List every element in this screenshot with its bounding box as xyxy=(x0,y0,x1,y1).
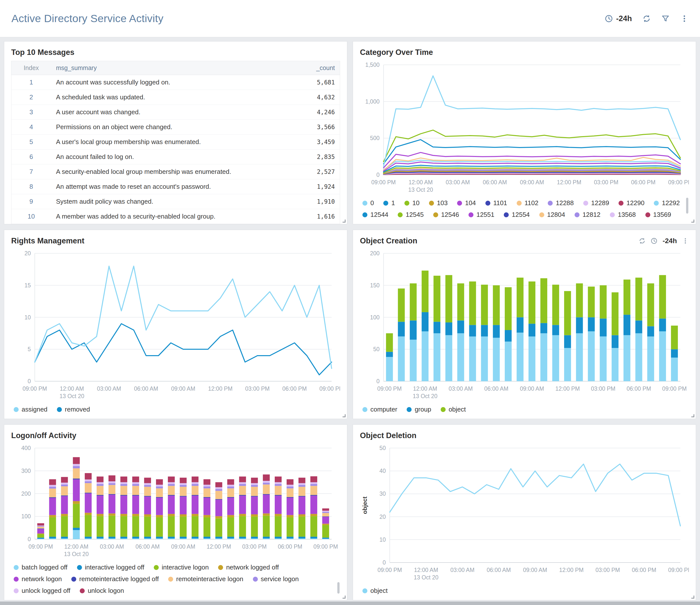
bar-segment-unlock-logon[interactable] xyxy=(275,477,282,482)
bar-segment-interactive-logged-off[interactable] xyxy=(263,537,270,538)
table-row[interactable]: 1An account was successfully logged on.5… xyxy=(11,75,340,90)
bar-segment-remoteinteractive-logon[interactable] xyxy=(215,491,222,499)
panel-resize-handle[interactable] xyxy=(691,596,694,599)
legend-item-12288[interactable]: 12288 xyxy=(548,199,574,207)
bar-segment-computer[interactable] xyxy=(493,338,500,381)
bar-segment-group[interactable] xyxy=(540,323,547,333)
bar-segment-network-logon[interactable] xyxy=(299,497,305,514)
legend-item-12804[interactable]: 12804 xyxy=(539,211,565,219)
legend-item-group[interactable]: group xyxy=(407,406,431,413)
bar-segment-batch-logged-off[interactable] xyxy=(287,538,294,539)
bar-segment-object[interactable] xyxy=(469,281,476,325)
bar-segment-interactive-logon[interactable] xyxy=(85,515,92,537)
bar-segment-batch-logged-off[interactable] xyxy=(215,538,222,539)
bar-segment-service-logon[interactable] xyxy=(322,512,329,513)
bar-segment-unlock-logged-off[interactable] xyxy=(215,487,222,489)
bar-segment-remoteinteractive-logged-off[interactable] xyxy=(263,494,270,495)
bar-segment-service-logon[interactable] xyxy=(144,485,151,487)
bar-segment-batch-logged-off[interactable] xyxy=(263,538,270,539)
bar-segment-remoteinteractive-logged-off[interactable] xyxy=(275,495,282,496)
bar-segment-interactive-logon[interactable] xyxy=(49,517,56,537)
table-row[interactable]: 9System audit policy was changed.1,910 xyxy=(11,194,340,209)
bar-segment-group[interactable] xyxy=(469,325,476,336)
legend-item-1[interactable]: 1 xyxy=(383,199,395,207)
bar-segment-remoteinteractive-logged-off[interactable] xyxy=(49,497,56,498)
bar-segment-group[interactable] xyxy=(576,318,583,333)
bar-segment-interactive-logon[interactable] xyxy=(180,516,187,537)
bar-segment-batch-logged-off[interactable] xyxy=(227,538,234,539)
bar-segment-network-logged-off[interactable] xyxy=(322,524,329,525)
bar-segment-service-logon[interactable] xyxy=(37,526,44,527)
bar-segment-unlock-logon[interactable] xyxy=(97,477,104,482)
bar-segment-group[interactable] xyxy=(517,318,524,333)
table-row[interactable]: 4Permissions on an object were changed.3… xyxy=(11,120,340,134)
legend-item-12551[interactable]: 12551 xyxy=(469,211,494,219)
bar-segment-computer[interactable] xyxy=(386,357,393,381)
bar-segment-remoteinteractive-logged-off[interactable] xyxy=(37,529,44,529)
bar-segment-computer[interactable] xyxy=(564,348,571,381)
bar-segment-group[interactable] xyxy=(635,320,642,333)
bar-segment-computer[interactable] xyxy=(600,336,607,381)
bar-segment-remoteinteractive-logged-off[interactable] xyxy=(144,496,151,497)
bar-segment-unlock-logged-off[interactable] xyxy=(156,485,163,486)
bar-segment-remoteinteractive-logon[interactable] xyxy=(156,488,163,497)
legend-item-remoteinteractive-logon[interactable]: remoteinteractive logon xyxy=(168,575,243,583)
bar-segment-object[interactable] xyxy=(671,326,678,349)
legend-item-103[interactable]: 103 xyxy=(429,199,448,207)
bar-segment-interactive-logged-off[interactable] xyxy=(85,537,92,538)
bar-segment-remoteinteractive-logged-off[interactable] xyxy=(61,496,68,496)
bar-segment-group[interactable] xyxy=(529,324,535,336)
bar-segment-network-logged-off[interactable] xyxy=(61,514,68,516)
bar-segment-network-logged-off[interactable] xyxy=(263,513,270,515)
bar-segment-remoteinteractive-logon[interactable] xyxy=(275,486,282,495)
kebab-menu-icon[interactable] xyxy=(682,237,689,244)
bar-segment-unlock-logon[interactable] xyxy=(37,523,44,526)
bar-segment-batch-logged-off[interactable] xyxy=(310,538,317,539)
bar-segment-interactive-logon[interactable] xyxy=(121,516,127,537)
bar-segment-object[interactable] xyxy=(386,333,393,352)
bar-segment-network-logon[interactable] xyxy=(287,498,294,515)
bar-segment-batch-logged-off[interactable] xyxy=(144,538,151,539)
legend-item-1101[interactable]: 1101 xyxy=(485,199,507,207)
bar-segment-remoteinteractive-logged-off[interactable] xyxy=(322,516,329,517)
bar-segment-remoteinteractive-logon[interactable] xyxy=(239,486,246,495)
kebab-menu-icon[interactable] xyxy=(680,15,689,23)
legend-item-network-logon[interactable]: network logon xyxy=(14,575,62,583)
panel-resize-handle[interactable] xyxy=(343,220,346,223)
bar-segment-object[interactable] xyxy=(552,285,559,325)
legend-item-12290[interactable]: 12290 xyxy=(619,199,644,207)
bar-segment-remoteinteractive-logon[interactable] xyxy=(251,487,258,496)
bar-segment-service-logon[interactable] xyxy=(97,484,104,486)
bar-segment-network-logged-off[interactable] xyxy=(239,514,246,516)
bar-segment-computer[interactable] xyxy=(540,333,547,381)
bar-segment-computer[interactable] xyxy=(624,335,630,381)
bar-segment-network-logon[interactable] xyxy=(49,498,56,515)
bar-segment-network-logon[interactable] xyxy=(121,496,127,514)
bar-segment-computer[interactable] xyxy=(457,333,464,381)
bar-segment-group[interactable] xyxy=(398,322,405,336)
bar-segment-object[interactable] xyxy=(529,281,535,324)
bar-segment-computer[interactable] xyxy=(552,335,559,381)
bar-segment-service-logon[interactable] xyxy=(61,484,68,486)
bar-segment-interactive-logged-off[interactable] xyxy=(37,538,44,539)
bar-segment-network-logon[interactable] xyxy=(97,496,104,514)
bar-segment-batch-logged-off[interactable] xyxy=(61,538,68,539)
bar-segment-remoteinteractive-logged-off[interactable] xyxy=(132,495,139,496)
bar-segment-object[interactable] xyxy=(481,285,488,325)
legend-item-12554[interactable]: 12554 xyxy=(504,211,530,219)
bar-segment-group[interactable] xyxy=(624,315,630,335)
bar-segment-object[interactable] xyxy=(422,271,428,312)
bar-segment-remoteinteractive-logon[interactable] xyxy=(227,488,234,497)
bar-segment-interactive-logon[interactable] xyxy=(287,517,294,537)
bar-segment-network-logon[interactable] xyxy=(180,497,187,514)
bar-segment-remoteinteractive-logged-off[interactable] xyxy=(227,497,234,498)
bar-segment-remoteinteractive-logon[interactable] xyxy=(299,487,305,496)
bar-segment-batch-logged-off[interactable] xyxy=(180,538,187,539)
bar-segment-interactive-logged-off[interactable] xyxy=(192,537,198,538)
bar-segment-computer[interactable] xyxy=(588,331,595,381)
bar-segment-service-logon[interactable] xyxy=(263,483,270,484)
bar-segment-unlock-logon[interactable] xyxy=(227,479,234,485)
bar-segment-group[interactable] xyxy=(410,320,417,339)
bar-segment-computer[interactable] xyxy=(445,335,452,381)
bar-segment-unlock-logged-off[interactable] xyxy=(203,485,210,486)
